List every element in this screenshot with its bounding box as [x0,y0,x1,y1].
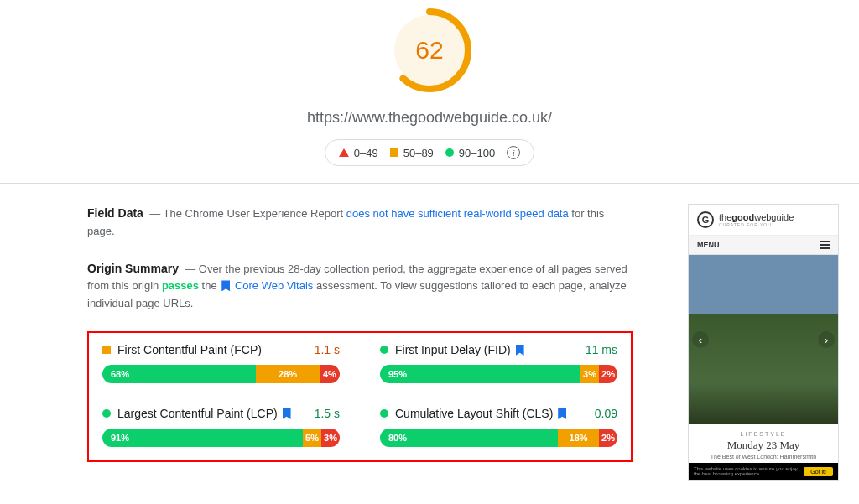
hamburger-icon [820,241,830,249]
score-gauge: 62 [388,8,471,92]
cookie-accept-button: Got it! [804,467,833,476]
circle-green-icon [102,409,111,418]
square-orange-icon [390,148,398,157]
preview-header: G thegoodwebguideCURATED FOR YOU [689,205,838,236]
chevron-right-icon: › [818,331,835,348]
metric-value: 1.5 s [315,407,340,420]
core-web-vitals-link[interactable]: Core Web Vitals [235,279,313,292]
score-legend: 0–49 50–89 90–100 i [325,139,534,166]
score-header: 62 https://www.thegoodwebguide.co.uk/ 0–… [0,0,859,183]
circle-green-icon [380,346,388,354]
legend-mid: 50–89 [390,147,434,159]
metric-value: 11 ms [586,343,617,356]
insufficient-data-link[interactable]: does not have sufficient real-world spee… [346,207,569,220]
circle-green-icon [445,148,454,157]
origin-summary-section: Origin Summary — Over the previous 28-da… [87,259,633,313]
metric-value: 1.1 s [315,343,340,356]
page-preview: G thegoodwebguideCURATED FOR YOU MENU ‹ … [688,204,839,481]
bookmark-icon [221,280,230,291]
distribution-bar: 91% 5% 3% [102,429,340,447]
legend-good: 90–100 [445,147,495,159]
preview-menubar: MENU [689,236,838,255]
bookmark-icon [283,408,291,419]
metric-fid[interactable]: First Input Delay (FID) 11 ms 95% 3% 2% [380,343,617,383]
triangle-red-icon [339,148,349,157]
metric-value: 0.09 [595,407,617,420]
origin-summary-title: Origin Summary [87,262,179,275]
bookmark-icon [558,408,566,419]
passes-text: passes [162,279,199,292]
metric-cls[interactable]: Cumulative Layout Shift (CLS) 0.09 80% 1… [380,407,617,447]
distribution-bar: 80% 18% 2% [380,429,617,447]
metrics-grid: First Contentful Paint (FCP) 1.1 s 68% 2… [87,331,633,462]
distribution-bar: 68% 28% 4% [102,365,340,383]
preview-hero: ‹ › [689,255,838,424]
divider [0,183,859,184]
logo-icon: G [697,211,714,228]
tested-url: https://www.thegoodwebguide.co.uk/ [307,109,552,127]
legend-poor: 0–49 [339,147,378,159]
field-data-title: Field Data [87,206,143,220]
preview-cookie-banner: This website uses cookies to ensure you … [689,463,838,480]
score-value: 62 [415,36,443,65]
preview-article: LIFESTYLE Monday 23 May The Best of West… [689,424,838,463]
info-icon[interactable]: i [507,146,520,159]
bookmark-icon [516,345,524,356]
circle-green-icon [380,409,388,418]
metric-lcp[interactable]: Largest Contentful Paint (LCP) 1.5 s 91%… [102,407,340,447]
metric-fcp[interactable]: First Contentful Paint (FCP) 1.1 s 68% 2… [102,343,340,383]
square-orange-icon [102,346,111,354]
brand-text: thegoodwebguideCURATED FOR YOU [719,212,794,227]
field-data-section: Field Data — The Chrome User Experience … [87,204,633,241]
distribution-bar: 95% 3% 2% [380,365,617,383]
chevron-left-icon: ‹ [692,331,709,348]
